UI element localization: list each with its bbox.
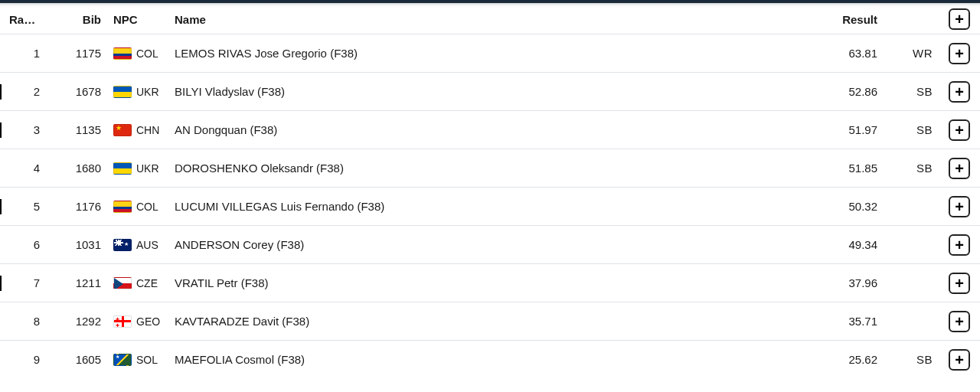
athlete-name: KAVTARADZE Davit (175, 315, 279, 328)
athlete-name: DOROSHENKO Oleksandr (175, 162, 313, 175)
record-badge[interactable]: SB (916, 123, 933, 136)
cell-npc: CHN (109, 124, 170, 136)
col-header-name[interactable]: Name (170, 13, 812, 26)
athlete-name: VRATIL Petr (175, 276, 238, 289)
cell-name[interactable]: LUCUMI VILLEGAS Luis Fernando (F38) (170, 200, 812, 213)
cell-result: 50.32 (812, 200, 885, 213)
sport-class[interactable]: F38 (261, 85, 281, 98)
plus-icon: + (955, 159, 964, 178)
cell-name[interactable]: KAVTARADZE Davit (F38) (170, 315, 812, 328)
sport-class[interactable]: F38 (281, 353, 301, 366)
cell-rank: 4 (5, 162, 54, 175)
col-header-rank-label: Rank (9, 13, 38, 26)
row-marker (0, 122, 2, 138)
table-header-row: Rank ↑ Bib NPC Name Result + (0, 5, 980, 34)
table-row: 51176COLLUCUMI VILLEGAS Luis Fernando (F… (0, 187, 980, 225)
cell-name[interactable]: BILYI Vladyslav (F38) (170, 85, 812, 98)
cell-bib: 1176 (54, 200, 109, 213)
table-row: 71211CZEVRATIL Petr (F38)37.96+ (0, 263, 980, 302)
plus-icon: + (955, 351, 964, 369)
cell-expand: + (939, 119, 980, 141)
sport-class[interactable]: F38 (245, 276, 265, 289)
cell-rank: 3 (5, 123, 54, 136)
record-badge[interactable]: SB (916, 353, 933, 366)
cell-name[interactable]: LEMOS RIVAS Jose Gregorio (F38) (170, 47, 812, 60)
flag-icon (113, 124, 132, 136)
flag-icon (113, 162, 132, 175)
expand-row-button[interactable]: + (949, 119, 970, 141)
expand-row-button[interactable]: + (949, 196, 970, 217)
cell-bib: 1605 (54, 353, 109, 366)
cell-name[interactable]: VRATIL Petr (F38) (170, 276, 812, 289)
sport-class[interactable]: F38 (334, 47, 354, 60)
plus-icon: + (955, 44, 964, 63)
cell-npc: UKR (109, 86, 170, 98)
cell-bib: 1175 (54, 47, 109, 60)
sport-class[interactable]: F38 (280, 238, 300, 251)
results-table: Rank ↑ Bib NPC Name Result + 11175COLLEM… (0, 5, 980, 378)
npc-code: AUS (136, 239, 158, 251)
cell-name[interactable]: ANDERSON Corey (F38) (170, 238, 812, 251)
athlete-name: LEMOS RIVAS Jose Gregorio (175, 47, 327, 60)
plus-icon: + (955, 312, 964, 331)
npc-code: CHN (136, 124, 159, 136)
expand-all-button[interactable]: + (949, 8, 970, 30)
npc-code: UKR (136, 162, 159, 175)
cell-bib: 1292 (54, 315, 109, 328)
cell-rank: 2 (5, 85, 54, 98)
cell-rank: 9 (5, 353, 54, 366)
expand-row-button[interactable]: + (949, 234, 970, 256)
cell-result: 35.71 (812, 315, 885, 328)
expand-row-button[interactable]: + (949, 311, 970, 332)
row-marker (0, 84, 2, 100)
col-header-result[interactable]: Result (812, 13, 885, 26)
cell-npc: SOL (109, 354, 170, 366)
npc-code: CZE (136, 277, 158, 289)
cell-npc: CZE (109, 277, 170, 289)
sport-class[interactable]: F38 (361, 200, 381, 213)
col-header-bib[interactable]: Bib (54, 13, 109, 26)
expand-row-button[interactable]: + (949, 273, 970, 294)
record-badge[interactable]: WR (913, 47, 933, 60)
sport-class[interactable]: F38 (253, 123, 273, 136)
expand-row-button[interactable]: + (949, 158, 970, 179)
col-header-expand: + (939, 8, 980, 30)
flag-icon (113, 354, 132, 366)
expand-row-button[interactable]: + (949, 81, 970, 103)
table-row: 41680UKRDOROSHENKO Oleksandr (F38)51.85S… (0, 149, 980, 187)
sort-asc-icon: ↑ (42, 15, 47, 26)
cell-name[interactable]: DOROSHENKO Oleksandr (F38) (170, 162, 812, 175)
cell-rank: 8 (5, 315, 54, 328)
cell-npc: GEO (109, 315, 170, 328)
expand-row-button[interactable]: + (949, 43, 970, 64)
table-row: 61031AUSANDERSON Corey (F38)49.34+ (0, 225, 980, 263)
flag-icon (113, 47, 132, 60)
npc-code: COL (136, 47, 158, 60)
cell-result: 51.97 (812, 123, 885, 136)
table-row: 81292GEOKAVTARADZE Davit (F38)35.71+ (0, 302, 980, 340)
table-row: 11175COLLEMOS RIVAS Jose Gregorio (F38)6… (0, 34, 980, 72)
npc-code: UKR (136, 86, 159, 98)
row-marker (0, 199, 2, 214)
sport-class[interactable]: F38 (286, 315, 305, 328)
cell-record: WR (885, 47, 939, 60)
col-header-npc[interactable]: NPC (109, 13, 170, 26)
sport-class[interactable]: F38 (320, 162, 340, 175)
cell-expand: + (939, 311, 980, 332)
cell-expand: + (939, 196, 980, 217)
cell-record: SB (885, 85, 939, 98)
npc-code: GEO (136, 315, 160, 328)
flag-icon (113, 315, 132, 328)
record-badge[interactable]: SB (916, 162, 933, 175)
athlete-name: MAEFOLIA Cosmol (175, 353, 274, 366)
col-header-rank[interactable]: Rank ↑ (5, 13, 54, 26)
col-header-npc-label: NPC (113, 13, 138, 26)
plus-icon: + (955, 10, 964, 28)
expand-row-button[interactable]: + (949, 349, 970, 371)
flag-icon (113, 201, 132, 213)
cell-name[interactable]: AN Dongquan (F38) (170, 123, 812, 136)
cell-name[interactable]: MAEFOLIA Cosmol (F38) (170, 353, 812, 366)
plus-icon: + (955, 236, 964, 254)
record-badge[interactable]: SB (916, 85, 933, 98)
cell-rank: 6 (5, 238, 54, 251)
